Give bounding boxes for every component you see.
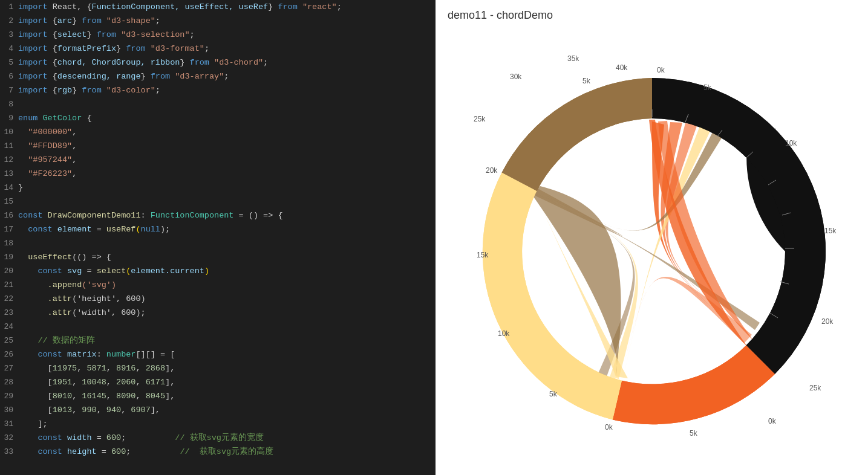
svg-text:15k: 15k bbox=[824, 227, 837, 235]
code-line: 13 "#F26223", bbox=[0, 167, 436, 181]
code-panel: 1import React, {FunctionComponent, useEf… bbox=[0, 0, 436, 475]
code-text bbox=[18, 320, 436, 334]
code-text: ]; bbox=[18, 417, 436, 431]
svg-text:10k: 10k bbox=[785, 139, 797, 147]
code-line: 17 const element = useRef(null); bbox=[0, 222, 436, 236]
code-line: 33 const height = 600; // 获取svg元素的高度 bbox=[0, 445, 436, 459]
line-number: 16 bbox=[0, 208, 18, 222]
code-text: const svg = select(element.current) bbox=[18, 264, 436, 278]
code-text: "#000000", bbox=[18, 125, 436, 139]
line-number: 18 bbox=[0, 236, 18, 250]
code-line: 15 bbox=[0, 195, 436, 208]
code-text: const height = 600; // 获取svg元素的高度 bbox=[18, 445, 436, 459]
viz-panel: demo11 - chordDemo bbox=[436, 0, 868, 475]
line-number: 10 bbox=[0, 125, 18, 139]
line-number: 7 bbox=[0, 83, 18, 97]
svg-text:0k: 0k bbox=[768, 417, 777, 425]
code-text: "#FFDD89", bbox=[18, 139, 436, 153]
code-line: 10 "#000000", bbox=[0, 125, 436, 139]
svg-text:0k: 0k bbox=[657, 66, 665, 74]
svg-text:20k: 20k bbox=[486, 166, 498, 175]
code-line: 1import React, {FunctionComponent, useEf… bbox=[0, 0, 436, 14]
code-line: 29 [8010, 16145, 8090, 8045], bbox=[0, 389, 436, 403]
code-line: 14} bbox=[0, 181, 436, 195]
svg-text:0k: 0k bbox=[605, 423, 613, 431]
svg-text:15k: 15k bbox=[477, 251, 489, 259]
line-number: 3 bbox=[0, 28, 18, 42]
code-text: const matrix: number[][] = [ bbox=[18, 347, 436, 361]
svg-text:40k: 40k bbox=[616, 63, 628, 72]
code-text: import React, {FunctionComponent, useEff… bbox=[18, 0, 436, 14]
code-text: // 数据的矩阵 bbox=[18, 334, 436, 347]
code-text: [8010, 16145, 8090, 8045], bbox=[18, 389, 436, 403]
code-text: import {descending, range} from "d3-arra… bbox=[18, 69, 436, 83]
svg-text:35k: 35k bbox=[567, 54, 579, 63]
code-line: 7import {rgb} from "d3-color"; bbox=[0, 83, 436, 97]
line-number: 33 bbox=[0, 445, 18, 459]
code-line: 25 // 数据的矩阵 bbox=[0, 334, 436, 347]
code-text: "#957244", bbox=[18, 153, 436, 167]
code-text: .append('svg') bbox=[18, 278, 436, 292]
code-line: 19 useEffect(() => { bbox=[0, 250, 436, 264]
line-number: 14 bbox=[0, 181, 18, 195]
code-line: 8 bbox=[0, 97, 436, 111]
code-line: 4import {formatPrefix} from "d3-format"; bbox=[0, 42, 436, 56]
line-number: 5 bbox=[0, 56, 18, 69]
code-text: .attr('height', 600) bbox=[18, 292, 436, 306]
viz-title: demo11 - chordDemo bbox=[448, 9, 553, 22]
code-text: useEffect(() => { bbox=[18, 250, 436, 264]
line-number: 13 bbox=[0, 167, 18, 181]
code-line: 31 ]; bbox=[0, 417, 436, 431]
svg-text:25k: 25k bbox=[809, 384, 821, 392]
code-text: enum GetColor { bbox=[18, 111, 436, 125]
svg-text:5k: 5k bbox=[690, 429, 698, 438]
svg-text:10k: 10k bbox=[498, 329, 510, 338]
code-line: 6import {descending, range} from "d3-arr… bbox=[0, 69, 436, 83]
code-line: 9enum GetColor { bbox=[0, 111, 436, 125]
code-text: import {arc} from "d3-shape"; bbox=[18, 14, 436, 28]
line-number: 15 bbox=[0, 195, 18, 208]
line-number: 28 bbox=[0, 375, 18, 389]
line-number: 27 bbox=[0, 361, 18, 375]
svg-text:5k: 5k bbox=[549, 390, 558, 398]
code-text: const DrawComponentDemo11: FunctionCompo… bbox=[18, 208, 436, 222]
line-number: 9 bbox=[0, 111, 18, 125]
code-line: 28 [1951, 10048, 2060, 6171], bbox=[0, 375, 436, 389]
code-line: 27 [11975, 5871, 8916, 2868], bbox=[0, 361, 436, 375]
code-text: const width = 600; // 获取svg元素的宽度 bbox=[18, 431, 436, 445]
code-text: const element = useRef(null); bbox=[18, 222, 436, 236]
line-number: 31 bbox=[0, 417, 18, 431]
line-number: 6 bbox=[0, 69, 18, 83]
code-text: [11975, 5871, 8916, 2868], bbox=[18, 361, 436, 375]
line-number: 30 bbox=[0, 403, 18, 417]
line-number: 26 bbox=[0, 347, 18, 361]
code-text bbox=[18, 97, 436, 111]
code-text: "#F26223", bbox=[18, 167, 436, 181]
code-text: [1013, 990, 940, 6907], bbox=[18, 403, 436, 417]
line-number: 4 bbox=[0, 42, 18, 56]
line-number: 29 bbox=[0, 389, 18, 403]
code-line: 16const DrawComponentDemo11: FunctionCom… bbox=[0, 208, 436, 222]
code-text bbox=[18, 195, 436, 208]
code-line: 20 const svg = select(element.current) bbox=[0, 264, 436, 278]
svg-text:5k: 5k bbox=[703, 83, 712, 92]
line-number: 1 bbox=[0, 0, 18, 14]
line-number: 32 bbox=[0, 431, 18, 445]
code-line: 21 .append('svg') bbox=[0, 278, 436, 292]
code-line: 22 .attr('height', 600) bbox=[0, 292, 436, 306]
line-number: 12 bbox=[0, 153, 18, 167]
code-line: 5import {chord, ChordGroup, ribbon} from… bbox=[0, 56, 436, 69]
code-text: } bbox=[18, 181, 436, 195]
code-line: 30 [1013, 990, 940, 6907], bbox=[0, 403, 436, 417]
line-number: 22 bbox=[0, 292, 18, 306]
code-line: 11 "#FFDD89", bbox=[0, 139, 436, 153]
line-number: 21 bbox=[0, 278, 18, 292]
line-number: 20 bbox=[0, 264, 18, 278]
code-line: 23 .attr('width', 600); bbox=[0, 306, 436, 320]
line-number: 2 bbox=[0, 14, 18, 28]
chord-diagram: 0k 5k 10k 15k 20k 25k 0k 5k bbox=[446, 28, 858, 463]
code-text: import {rgb} from "d3-color"; bbox=[18, 83, 436, 97]
code-line: 18 bbox=[0, 236, 436, 250]
code-text: import {chord, ChordGroup, ribbon} from … bbox=[18, 56, 436, 69]
svg-text:20k: 20k bbox=[821, 317, 834, 326]
